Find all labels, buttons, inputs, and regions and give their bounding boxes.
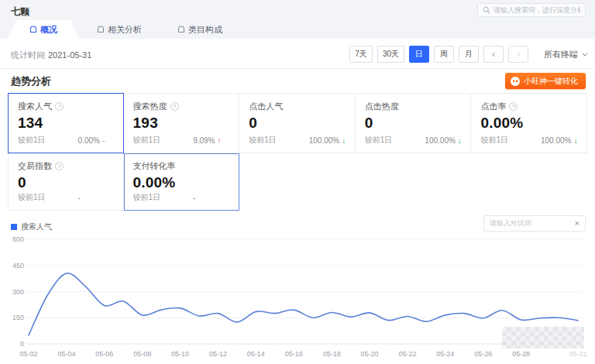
tab-category-composition[interactable]: 类目构成 [160,20,240,39]
tab-label: 类目构成 [188,24,222,36]
metric-value: 0 [365,115,462,132]
svg-text:05-12: 05-12 [209,350,227,358]
metric-card-transaction-index[interactable]: 交易指数 0 较前1日- [8,153,124,211]
promo-label: 小旺神一键转化 [524,76,578,87]
compare-placeholder: 请输入对比词 [490,218,575,228]
range-30d-button[interactable]: 30天 [377,46,404,63]
legend-label: 搜索人气 [21,221,52,232]
range-7d-button[interactable]: 7天 [349,46,373,63]
svg-text:05-06: 05-06 [95,350,113,358]
clear-compare-icon[interactable]: × [575,219,580,228]
blurred-watermark [502,327,584,349]
metric-value: 134 [18,115,114,132]
svg-text:05-10: 05-10 [171,350,189,358]
tab-overview[interactable]: 概况 [8,20,79,39]
page-title: 七颗 [11,5,29,19]
empty-cell [356,153,472,211]
svg-text:0: 0 [20,340,24,348]
overview-tab-icon [29,26,37,33]
metric-compare: 较前1日- [18,192,115,203]
metric-value: 193 [133,115,230,132]
metric-card-click-popularity[interactable]: 点击人气 0 较前1日100.00%↓ [239,93,356,153]
metric-compare: 较前1日0.00%- [18,135,115,146]
svg-text:450: 450 [12,262,24,270]
metric-compare: 较前1日- [133,192,232,203]
info-icon[interactable] [55,162,64,170]
range-week-button[interactable]: 周 [434,46,454,63]
metric-compare: 较前1日100.00%↓ [365,135,463,146]
svg-text:05-04: 05-04 [57,350,75,358]
info-icon[interactable] [55,102,64,111]
main-content: 统计时间2021-05-31 7天 30天 日 周 月 ‹ › 所有终端 趋势分… [0,39,595,364]
stat-date: 2021-05-31 [48,50,91,60]
svg-text:05-26: 05-26 [474,350,492,358]
trend-chart-svg: 015030045060005-0205-0405-0605-0805-1005… [8,234,587,361]
metric-value: 0.00% [480,115,577,132]
stat-time: 统计时间2021-05-31 [11,50,91,61]
svg-text:05-18: 05-18 [323,350,341,358]
metric-label-row: 交易指数 [18,160,114,172]
metric-label-row: 支付转化率 [133,160,230,172]
category-tab-icon [177,26,185,33]
svg-text:05-02: 05-02 [19,350,37,358]
metric-card-search-heat[interactable]: 搜索热度 193 较前1日9.09%↑ [124,93,240,153]
svg-text:05-08: 05-08 [133,350,151,358]
svg-text:600: 600 [12,235,24,243]
svg-text:150: 150 [12,314,24,321]
search-placeholder: 请输入搜索词，进行深度分析 [494,5,580,15]
metric-label-row: 点击热度 [365,101,462,112]
flat-indicator: - [102,136,105,145]
metric-compare: 较前1日100.00%↓ [480,135,579,146]
metric-card-click-heat[interactable]: 点击热度 0 较前1日100.00%↓ [356,93,472,153]
metric-card-click-rate[interactable]: 点击率 0.00% 较前1日100.00%↓ [471,93,587,153]
empty-cell [239,153,356,211]
date-range-controls: 7天 30天 日 周 月 ‹ › 所有终端 [349,46,586,63]
metric-label-row: 搜索热度 [133,101,230,112]
up-arrow-icon: ↑ [218,136,222,145]
tab-bar: 概况 相关分析 类目构成 [8,20,240,39]
metric-card-payment-conversion[interactable]: 支付转化率 0.00% 较前1日- [124,153,240,211]
prev-period-button[interactable]: ‹ [483,46,504,63]
svg-text:300: 300 [12,288,24,296]
section-title: 趋势分析 [11,74,51,88]
metric-value: 0.00% [133,174,230,191]
metric-value: 0 [249,115,346,132]
range-day-button[interactable]: 日 [409,46,429,63]
svg-text:05-20: 05-20 [361,350,379,358]
metric-label-row: 点击人气 [249,101,346,112]
down-arrow-icon: ↓ [342,136,346,145]
svg-text:05-22: 05-22 [398,350,416,358]
metric-value: 0 [18,174,114,191]
range-month-button[interactable]: 月 [459,46,479,63]
terminal-dropdown[interactable]: 所有终端 [544,49,586,60]
tab-label: 相关分析 [108,24,142,36]
legend-swatch [11,224,17,230]
metric-label-row: 点击率 [480,101,577,112]
search-icon [483,6,490,14]
info-icon[interactable] [509,102,518,111]
svg-text:05-14: 05-14 [247,350,265,358]
divider [0,68,595,69]
tab-related-analysis[interactable]: 相关分析 [79,20,160,39]
metric-cards: 搜索人气 134 较前1日0.00%- 搜索热度 193 较前1日9.09%↑ … [8,93,587,211]
svg-text:05-16: 05-16 [285,350,303,358]
related-analysis-tab-icon [97,26,105,33]
chart-legend: 搜索人气 [11,221,52,232]
metric-compare: 较前1日100.00%↓ [249,135,347,146]
trend-chart[interactable]: 015030045060005-0205-0405-0605-0805-1005… [8,234,587,361]
next-period-button[interactable]: › [508,46,528,63]
chevron-down-icon [582,50,587,56]
keyword-search-box[interactable]: 请输入搜索词，进行深度分析 [477,3,586,17]
down-arrow-icon: ↓ [573,136,577,145]
metric-label-row: 搜索人气 [18,101,114,112]
metric-compare: 较前1日9.09%↑ [133,135,232,146]
svg-text:05-24: 05-24 [436,350,454,358]
metric-card-search-popularity[interactable]: 搜索人气 134 较前1日0.00%- [8,93,124,153]
promo-convert-button[interactable]: 小旺神一键转化 [505,73,586,89]
mascot-icon [511,77,520,86]
compare-word-input[interactable]: 请输入对比词 × [483,215,586,232]
svg-text:05-31: 05-31 [569,350,586,358]
info-icon[interactable] [170,102,179,111]
terminal-label: 所有终端 [544,49,578,60]
tab-label: 概况 [40,24,57,36]
